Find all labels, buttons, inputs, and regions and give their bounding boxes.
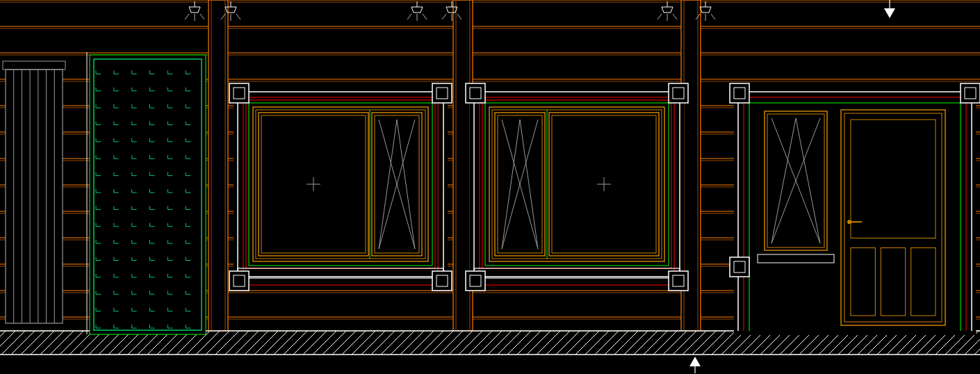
- svg-rect-178: [229, 83, 249, 103]
- svg-rect-184: [229, 271, 249, 291]
- svg-rect-229: [730, 257, 749, 277]
- side-panel: [3, 61, 65, 323]
- svg-line-257: [423, 14, 427, 19]
- chimney-block: [87, 52, 206, 334]
- svg-line-255: [407, 14, 411, 19]
- svg-rect-215: [466, 271, 485, 291]
- svg-rect-243: [961, 83, 980, 103]
- svg-rect-221: [734, 88, 976, 335]
- svg-line-265: [673, 14, 677, 19]
- svg-line-263: [658, 14, 662, 19]
- cad-elevation-drawing: [0, 0, 980, 374]
- svg-rect-181: [432, 83, 452, 103]
- ceiling-lamps: [185, 1, 715, 21]
- svg-line-247: [185, 14, 189, 19]
- window-1: [229, 83, 452, 291]
- window-2: [466, 83, 688, 291]
- svg-line-269: [711, 14, 715, 19]
- svg-line-249: [200, 14, 204, 19]
- svg-line-259: [442, 14, 446, 19]
- svg-rect-212: [669, 83, 688, 103]
- svg-rect-218: [669, 271, 688, 291]
- svg-rect-147: [6, 70, 63, 323]
- svg-rect-155: [90, 55, 206, 334]
- svg-rect-209: [466, 83, 485, 103]
- svg-line-253: [236, 14, 240, 19]
- door-unit: [730, 83, 980, 335]
- svg-rect-154: [3, 61, 65, 70]
- svg-rect-187: [432, 271, 452, 291]
- svg-rect-240: [730, 83, 749, 103]
